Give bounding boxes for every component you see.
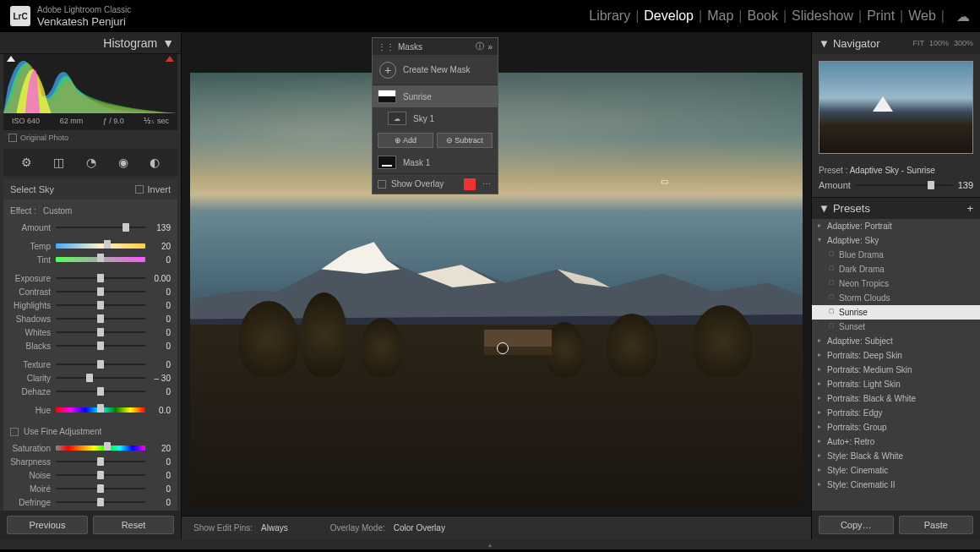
preset-group-portraits-medium-skin[interactable]: Portraits: Medium Skin	[812, 363, 980, 377]
preset-item-neon-tropics[interactable]: Neon Tropics	[812, 276, 980, 291]
preset-group-style-cinematic[interactable]: Style: Cinematic	[812, 463, 980, 478]
preset-group-style-cinematic-ii[interactable]: Style: Cinematic II	[812, 478, 980, 492]
mask-item-sky1[interactable]: ☁ Sky 1	[373, 107, 498, 129]
histogram-title: Histogram	[103, 36, 157, 50]
highlight-clip-icon[interactable]	[166, 56, 174, 62]
dehaze-slider[interactable]	[56, 388, 145, 395]
navigator-preview[interactable]	[819, 61, 973, 154]
preset-item-storm-clouds[interactable]: Storm Clouds	[812, 291, 980, 305]
preset-group-style-black-white[interactable]: Style: Black & White	[812, 449, 980, 463]
preset-group-adaptive-sky[interactable]: Adaptive: Sky	[812, 233, 980, 248]
reset-button[interactable]: Reset	[93, 516, 174, 534]
preset-group-portraits-black-white[interactable]: Portraits: Black & White	[812, 391, 980, 406]
mask-pin[interactable]	[497, 342, 509, 354]
iso-label: ISO 640	[12, 117, 40, 125]
module-tab-map[interactable]: Map	[707, 8, 733, 24]
mask-item-sunrise[interactable]: Sunrise	[373, 85, 498, 107]
preset-group-portraits-deep-skin[interactable]: Portraits: Deep Skin	[812, 348, 980, 363]
noise-slider[interactable]	[56, 472, 145, 478]
navigator-header[interactable]: ▼ Navigator FIT100%300%	[812, 32, 980, 54]
preset-list: Adaptive: PortraitAdaptive: SkyBlue Dram…	[812, 219, 980, 511]
blacks-slider[interactable]	[56, 342, 145, 349]
masks-drag-icon[interactable]: ⋮⋮	[378, 42, 395, 52]
texture-slider[interactable]	[56, 361, 145, 368]
app-name: Adobe Lightroom Classic	[37, 5, 131, 15]
defringe-slider[interactable]	[56, 499, 145, 506]
create-mask-button[interactable]: + Create New Mask	[373, 55, 498, 85]
highlights-slider[interactable]	[56, 302, 145, 309]
exposure-slider[interactable]	[56, 275, 145, 281]
mode-value[interactable]: Color Overlay	[394, 523, 445, 533]
masks-info-icon[interactable]: ⓘ	[476, 41, 484, 52]
redeye-icon[interactable]: ◉	[118, 156, 128, 169]
clarity-slider[interactable]	[56, 374, 145, 381]
slider-value: 0.0	[145, 406, 171, 415]
crop-icon[interactable]: ◫	[53, 156, 64, 169]
zoom-FIT[interactable]: FIT	[912, 39, 924, 47]
preset-group-adaptive-subject[interactable]: Adaptive: Subject	[812, 334, 980, 348]
preset-item-blue-drama[interactable]: Blue Drama	[812, 248, 980, 262]
zoom-300%[interactable]: 300%	[954, 39, 973, 47]
module-tab-develop[interactable]: Develop	[644, 8, 694, 24]
module-tab-library[interactable]: Library	[589, 8, 630, 24]
slider-value: 0	[145, 387, 171, 396]
shadow-clip-icon[interactable]	[7, 56, 15, 62]
amount-slider[interactable]	[56, 224, 145, 231]
saturation-slider[interactable]	[56, 445, 145, 451]
slider-value: 0	[145, 287, 171, 297]
slider-label: Contrast	[10, 287, 56, 297]
zoom-100%[interactable]: 100%	[929, 39, 949, 47]
cloud-icon[interactable]: ☁	[956, 8, 970, 25]
filmstrip-toggle[interactable]	[0, 539, 980, 549]
histogram[interactable]: ISO 640 62 mm ƒ / 9.0 ⅟₂₅ sec	[3, 54, 177, 130]
copy-button[interactable]: Copy…	[819, 516, 894, 534]
heal-icon[interactable]: ◔	[86, 156, 96, 169]
slider-label: Shadows	[10, 314, 56, 324]
module-tab-web[interactable]: Web	[908, 8, 936, 24]
sharpness-slider[interactable]	[56, 458, 145, 465]
masks-collapse-icon[interactable]: »	[487, 42, 493, 52]
tint-slider[interactable]	[56, 256, 145, 263]
preset-item-sunrise[interactable]: Sunrise	[812, 305, 980, 320]
module-tab-slideshow[interactable]: Slideshow	[792, 8, 853, 24]
overlay-checkbox[interactable]	[378, 180, 386, 189]
edit-icon[interactable]: ⚙	[21, 156, 32, 169]
preset-item-dark-drama[interactable]: Dark Drama	[812, 262, 980, 276]
whites-slider[interactable]	[56, 329, 145, 336]
temp-slider[interactable]	[56, 243, 145, 249]
previous-button[interactable]: Previous	[7, 516, 88, 534]
preset-group-portraits-group[interactable]: Portraits: Group	[812, 420, 980, 434]
histogram-header[interactable]: Histogram▼	[0, 32, 181, 54]
invert-checkbox[interactable]	[135, 185, 144, 194]
effect-value[interactable]: Custom	[43, 206, 72, 216]
preset-group-auto-retro[interactable]: Auto+: Retro	[812, 434, 980, 449]
mask-menu-icon[interactable]: ⋯	[481, 179, 493, 189]
fine-adj-checkbox[interactable]	[10, 428, 19, 436]
subtract-mask-button[interactable]: ⊖Subtract	[437, 133, 493, 148]
moiré-slider[interactable]	[56, 485, 145, 492]
add-preset-icon[interactable]: +	[966, 202, 973, 215]
mask-icon[interactable]: ◐	[150, 156, 160, 169]
module-tab-book[interactable]: Book	[747, 8, 777, 24]
paste-button[interactable]: Paste	[899, 516, 974, 534]
pins-value[interactable]: Always	[261, 523, 288, 533]
preset-group-adaptive-portrait[interactable]: Adaptive: Portrait	[812, 219, 980, 233]
preset-amount-slider[interactable]	[856, 184, 953, 186]
original-checkbox[interactable]	[8, 134, 17, 142]
tool-strip: ⚙ ◫ ◔ ◉ ◐	[3, 149, 177, 176]
module-tab-print[interactable]: Print	[867, 8, 895, 24]
shadows-slider[interactable]	[56, 315, 145, 322]
slider-value: 0	[145, 328, 171, 337]
contrast-slider[interactable]	[56, 288, 145, 295]
hue-slider[interactable]	[56, 407, 145, 413]
preset-group-portraits-edgy[interactable]: Portraits: Edgy	[812, 406, 980, 420]
add-mask-button[interactable]: ⊕Add	[378, 133, 433, 148]
preset-item-sunset[interactable]: Sunset	[812, 320, 980, 334]
select-mode-label[interactable]: Select Sky	[10, 184, 54, 194]
overlay-color-swatch[interactable]	[464, 178, 476, 190]
presets-header[interactable]: ▼ Presets +	[812, 197, 980, 219]
center-area: ▭ ⋮⋮ Masks ⓘ » + Create New Mask Sunrise…	[182, 32, 811, 539]
slider-value: 0	[145, 301, 171, 310]
mask-item-mask1[interactable]: Mask 1	[373, 151, 498, 173]
preset-group-portraits-light-skin[interactable]: Portraits: Light Skin	[812, 377, 980, 391]
